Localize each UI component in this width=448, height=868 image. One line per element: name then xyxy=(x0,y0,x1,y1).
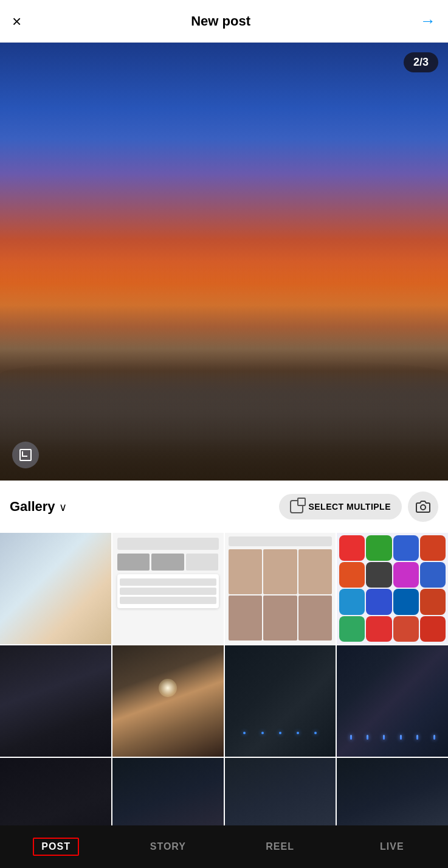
select-multiple-icon xyxy=(290,500,303,513)
svg-point-0 xyxy=(421,505,426,510)
photo-grid xyxy=(0,533,448,868)
nav-live-label: LIVE xyxy=(380,841,404,852)
nav-post-label: POST xyxy=(33,838,79,856)
gallery-label: Gallery xyxy=(10,499,55,515)
list-item[interactable] xyxy=(337,533,448,644)
bottom-nav: POST STORY REEL LIVE xyxy=(0,825,448,868)
close-button[interactable]: × xyxy=(12,13,21,29)
image-counter: 2/3 xyxy=(404,52,438,72)
expand-icon xyxy=(19,449,32,461)
select-multiple-label: SELECT MULTIPLE xyxy=(308,502,391,512)
list-item[interactable] xyxy=(0,533,111,644)
list-item[interactable] xyxy=(337,645,448,757)
main-image-area: 2/3 xyxy=(0,43,448,481)
gallery-actions: SELECT MULTIPLE xyxy=(279,491,438,522)
list-item[interactable] xyxy=(0,645,111,757)
nav-story-label: STORY xyxy=(150,841,186,852)
camera-button[interactable] xyxy=(408,491,438,522)
gallery-bar: Gallery ∨ SELECT MULTIPLE xyxy=(0,481,448,533)
nav-reel[interactable]: REEL xyxy=(224,825,336,868)
list-item[interactable] xyxy=(112,645,224,757)
select-multiple-button[interactable]: SELECT MULTIPLE xyxy=(279,494,402,519)
nav-live[interactable]: LIVE xyxy=(336,825,448,868)
gallery-selector[interactable]: Gallery ∨ xyxy=(10,499,67,515)
expand-button[interactable] xyxy=(12,442,39,468)
list-item[interactable] xyxy=(225,645,336,757)
list-item[interactable] xyxy=(112,533,224,644)
main-image xyxy=(0,43,448,481)
list-item[interactable] xyxy=(225,533,336,644)
camera-icon xyxy=(416,499,430,514)
header: × New post → xyxy=(0,0,448,43)
chevron-down-icon: ∨ xyxy=(59,501,67,514)
page-title: New post xyxy=(191,13,250,29)
nav-post[interactable]: POST xyxy=(0,825,112,868)
next-button[interactable]: → xyxy=(420,12,436,30)
nav-reel-label: REEL xyxy=(266,841,294,852)
nav-story[interactable]: STORY xyxy=(112,825,224,868)
